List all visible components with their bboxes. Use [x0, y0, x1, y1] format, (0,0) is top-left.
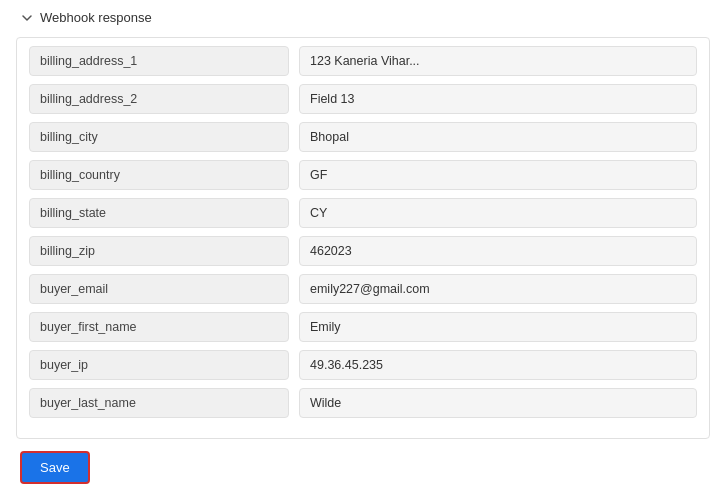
field-key: billing_country	[29, 160, 289, 190]
fields-scroll-container[interactable]: billing_address_1 123 Kaneria Vihar... b…	[16, 37, 710, 439]
table-row: billing_cityBhopal	[29, 122, 697, 152]
field-key: billing_state	[29, 198, 289, 228]
section-header: Webhook response	[16, 10, 710, 25]
field-value: 49.36.45.235	[299, 350, 697, 380]
table-row: billing_countryGF	[29, 160, 697, 190]
section-title: Webhook response	[40, 10, 152, 25]
field-value: CY	[299, 198, 697, 228]
chevron-down-icon[interactable]	[20, 11, 34, 25]
field-key: buyer_email	[29, 274, 289, 304]
field-key: billing_zip	[29, 236, 289, 266]
save-button-area: Save	[16, 451, 710, 484]
field-value: Field 13	[299, 84, 697, 114]
field-value: emily227@gmail.com	[299, 274, 697, 304]
field-value: GF	[299, 160, 697, 190]
field-row-top-partial: billing_address_1 123 Kaneria Vihar...	[29, 46, 697, 76]
table-row: billing_address_2Field 13	[29, 84, 697, 114]
field-value: Wilde	[299, 388, 697, 418]
field-key: buyer_last_name	[29, 388, 289, 418]
field-key: billing_address_2	[29, 84, 289, 114]
table-row: billing_stateCY	[29, 198, 697, 228]
field-value: Emily	[299, 312, 697, 342]
table-row: buyer_emailemily227@gmail.com	[29, 274, 697, 304]
field-value: 462023	[299, 236, 697, 266]
table-row: billing_zip462023	[29, 236, 697, 266]
table-row: buyer_last_nameWilde	[29, 388, 697, 418]
field-value-partial: 123 Kaneria Vihar...	[299, 46, 697, 76]
field-key: buyer_first_name	[29, 312, 289, 342]
table-row: buyer_first_nameEmily	[29, 312, 697, 342]
table-row: buyer_ip49.36.45.235	[29, 350, 697, 380]
field-key-partial: billing_address_1	[29, 46, 289, 76]
field-key: billing_city	[29, 122, 289, 152]
field-key: buyer_ip	[29, 350, 289, 380]
field-value: Bhopal	[299, 122, 697, 152]
save-button[interactable]: Save	[20, 451, 90, 484]
webhook-section: Webhook response billing_address_1 123 K…	[0, 0, 726, 500]
